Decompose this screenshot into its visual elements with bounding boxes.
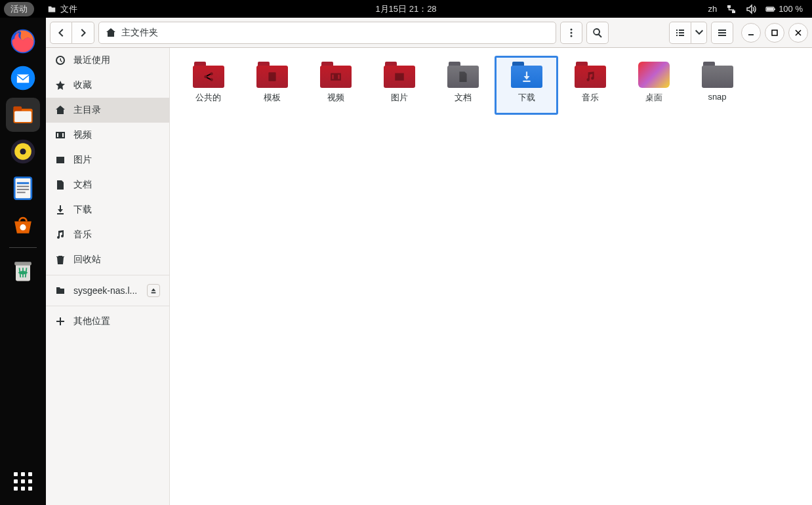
folder-downloads[interactable]: 下载 — [495, 56, 558, 115]
sidebar-item-label: 主目录 — [73, 104, 101, 116]
sidebar-item-starred[interactable]: 收藏 — [46, 73, 169, 98]
dock-rhythmbox[interactable] — [6, 134, 40, 169]
star-icon — [55, 80, 66, 91]
chevron-down-icon — [694, 28, 704, 38]
dock — [0, 18, 46, 505]
svg-rect-30 — [14, 262, 31, 266]
sidebar-item-home[interactable]: 主目录 — [46, 98, 169, 123]
sidebar-separator — [46, 275, 169, 275]
svg-point-28 — [20, 224, 26, 230]
folder-pictures[interactable]: 图片 — [367, 56, 431, 115]
view-options-button[interactable] — [691, 22, 707, 44]
svg-rect-27 — [17, 192, 26, 193]
folder-label: 视频 — [327, 92, 344, 104]
input-method-indicator[interactable]: zh — [708, 4, 717, 14]
back-button[interactable] — [50, 22, 72, 44]
maximize-button[interactable] — [765, 23, 784, 43]
sidebar-item-pictures[interactable]: 图片 — [46, 148, 169, 172]
battery-percent-label: 100 % — [779, 4, 803, 14]
app-menu[interactable]: 文件 — [47, 3, 77, 15]
folder-icon — [447, 62, 479, 88]
path-label: 主文件夹 — [121, 27, 158, 39]
list-view-button[interactable] — [669, 22, 691, 44]
sidebar-item-recent[interactable]: 最近使用 — [46, 48, 169, 73]
dock-software[interactable] — [6, 208, 40, 242]
eject-button[interactable] — [147, 284, 160, 297]
sidebar-item-label: 回收站 — [73, 254, 101, 266]
folder-music[interactable]: 音乐 — [558, 56, 622, 115]
folder-icon — [638, 62, 670, 88]
icon-view[interactable]: 公共的模板视频图片文档下载音乐桌面snap — [170, 48, 812, 505]
dock-thunderbird[interactable] — [6, 61, 40, 95]
svg-rect-17 — [13, 106, 22, 111]
system-tray: zh 100 % — [708, 4, 812, 14]
sidebar-item-label: 收藏 — [73, 79, 92, 91]
chevron-right-icon — [78, 28, 89, 38]
sidebar-item-label: 下载 — [73, 204, 92, 216]
battery-icon — [765, 4, 776, 14]
folder-snap[interactable]: snap — [685, 56, 749, 115]
folder-icon — [575, 62, 606, 88]
folder-label: 图片 — [391, 92, 408, 104]
menu-icon — [717, 28, 727, 38]
window-controls — [741, 23, 808, 43]
more-button[interactable] — [560, 22, 582, 44]
dock-firefox[interactable] — [6, 24, 40, 58]
sidebar-item-music[interactable]: 音乐 — [46, 222, 169, 247]
sidebar-item-other-locations[interactable]: 其他位置 — [46, 309, 169, 334]
sidebar-item-network[interactable]: sysgeek-nas.l... — [46, 278, 169, 303]
folder-label: 音乐 — [582, 92, 599, 104]
forward-button[interactable] — [72, 22, 94, 44]
svg-rect-22 — [14, 178, 31, 199]
music-icon — [584, 71, 596, 83]
folder-icon — [256, 62, 288, 88]
plus-icon — [55, 316, 66, 327]
sidebar-item-documents[interactable]: 文档 — [46, 172, 169, 197]
folder-templates[interactable]: 模板 — [240, 56, 304, 115]
network-icon[interactable] — [726, 4, 737, 14]
folder-icon — [511, 62, 542, 88]
svg-rect-24 — [17, 182, 29, 184]
folder-videos[interactable]: 视频 — [304, 56, 367, 115]
folder-public[interactable]: 公共的 — [176, 56, 240, 115]
close-icon — [794, 29, 802, 37]
folder-icon — [384, 62, 415, 88]
sidebar-item-label: sysgeek-nas.l... — [73, 285, 139, 296]
picture-icon — [394, 71, 405, 83]
trash-icon — [55, 254, 66, 265]
document-icon — [55, 180, 66, 190]
share-icon — [203, 71, 214, 83]
sidebar-item-trash[interactable]: 回收站 — [46, 247, 169, 272]
hamburger-menu-button[interactable] — [711, 22, 733, 44]
show-applications-button[interactable] — [6, 464, 40, 498]
svg-point-21 — [20, 148, 26, 154]
template-icon — [266, 71, 278, 83]
folder-documents[interactable]: 文档 — [431, 56, 495, 115]
dock-trash[interactable] — [6, 253, 40, 287]
folder-icon — [47, 5, 56, 14]
folder-desktop[interactable]: 桌面 — [622, 56, 685, 115]
close-button[interactable] — [788, 23, 808, 43]
app-name-label: 文件 — [60, 3, 77, 15]
volume-icon[interactable] — [746, 4, 756, 14]
home-icon — [55, 105, 66, 115]
battery-indicator[interactable]: 100 % — [765, 4, 803, 14]
search-button[interactable] — [586, 22, 609, 44]
video-icon — [330, 71, 342, 83]
folder-icon — [193, 62, 224, 88]
minimize-button[interactable] — [741, 23, 761, 43]
sidebar-item-label: 音乐 — [73, 229, 92, 241]
sidebar-item-videos[interactable]: 视频 — [46, 123, 169, 148]
sidebar-item-label: 最近使用 — [73, 54, 110, 66]
video-icon — [55, 130, 66, 140]
document-icon — [457, 71, 469, 83]
sidebar-item-downloads[interactable]: 下载 — [46, 197, 169, 222]
dock-writer[interactable] — [6, 171, 40, 205]
activities-button[interactable]: 活动 — [4, 2, 34, 16]
dock-files[interactable] — [6, 98, 40, 132]
svg-rect-18 — [14, 111, 31, 123]
search-icon — [592, 28, 603, 38]
pathbar[interactable]: 主文件夹 — [98, 22, 556, 44]
folder-label: 文档 — [455, 92, 472, 104]
datetime-label[interactable]: 1月15日 21：28 — [375, 3, 436, 15]
